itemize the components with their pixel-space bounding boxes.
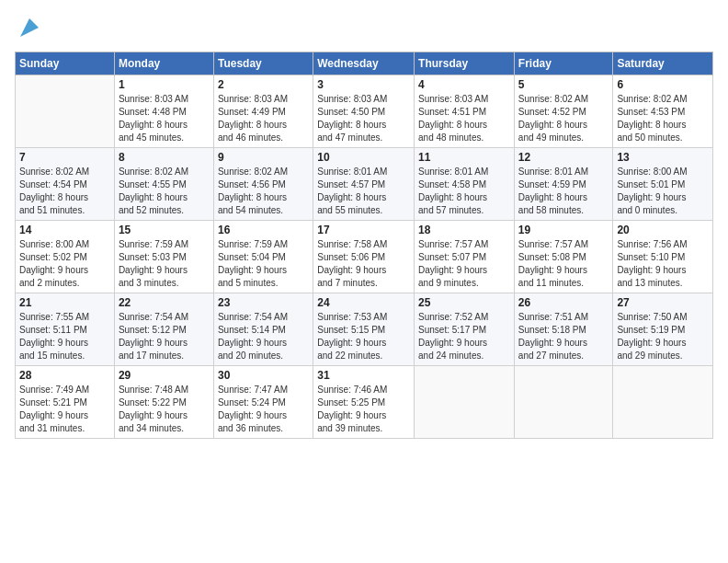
day-info: Sunrise: 7:59 AMSunset: 5:04 PMDaylight:…	[218, 238, 309, 290]
calendar-cell: 31Sunrise: 7:46 AMSunset: 5:25 PMDayligh…	[313, 366, 415, 439]
day-info: Sunrise: 8:03 AMSunset: 4:51 PMDaylight:…	[418, 93, 510, 144]
calendar-cell: 20Sunrise: 7:56 AMSunset: 5:10 PMDayligh…	[613, 221, 713, 293]
calendar-cell: 2Sunrise: 8:03 AMSunset: 4:49 PMDaylight…	[213, 75, 313, 148]
weekday-header-tuesday: Tuesday	[213, 52, 313, 75]
day-info: Sunrise: 7:57 AMSunset: 5:07 PMDaylight:…	[418, 238, 510, 290]
calendar-week-5: 28Sunrise: 7:49 AMSunset: 5:21 PMDayligh…	[16, 366, 713, 439]
day-number: 2	[218, 78, 309, 91]
day-info: Sunrise: 8:02 AMSunset: 4:55 PMDaylight:…	[119, 166, 210, 217]
weekday-header-sunday: Sunday	[16, 52, 115, 75]
day-info: Sunrise: 7:56 AMSunset: 5:10 PMDaylight:…	[617, 238, 709, 290]
calendar-header: SundayMondayTuesdayWednesdayThursdayFrid…	[16, 52, 713, 75]
day-info: Sunrise: 8:02 AMSunset: 4:56 PMDaylight:…	[218, 166, 309, 217]
day-number: 18	[418, 224, 510, 236]
day-number: 26	[518, 296, 609, 309]
day-info: Sunrise: 8:02 AMSunset: 4:53 PMDaylight:…	[617, 93, 709, 144]
day-number: 6	[617, 78, 709, 91]
day-number: 21	[19, 296, 110, 309]
day-number: 15	[119, 224, 210, 236]
day-info: Sunrise: 7:59 AMSunset: 5:03 PMDaylight:…	[119, 238, 210, 290]
day-info: Sunrise: 8:02 AMSunset: 4:54 PMDaylight:…	[19, 166, 110, 217]
calendar-cell: 7Sunrise: 8:02 AMSunset: 4:54 PMDaylight…	[16, 148, 115, 221]
day-number: 24	[317, 296, 410, 309]
calendar-cell	[16, 75, 115, 148]
day-number: 31	[317, 369, 410, 382]
weekday-header-monday: Monday	[114, 52, 213, 75]
calendar-cell: 28Sunrise: 7:49 AMSunset: 5:21 PMDayligh…	[16, 366, 115, 439]
calendar-cell: 11Sunrise: 8:01 AMSunset: 4:58 PMDayligh…	[415, 148, 515, 221]
calendar-cell: 23Sunrise: 7:54 AMSunset: 5:14 PMDayligh…	[213, 293, 313, 366]
calendar-cell: 29Sunrise: 7:48 AMSunset: 5:22 PMDayligh…	[114, 366, 213, 439]
day-number: 30	[218, 369, 309, 382]
day-number: 7	[19, 151, 110, 164]
calendar-cell	[613, 366, 713, 439]
calendar-week-2: 7Sunrise: 8:02 AMSunset: 4:54 PMDaylight…	[16, 148, 713, 221]
day-number: 14	[19, 224, 110, 236]
calendar-cell: 9Sunrise: 8:02 AMSunset: 4:56 PMDaylight…	[213, 148, 313, 221]
calendar-cell: 15Sunrise: 7:59 AMSunset: 5:03 PMDayligh…	[114, 221, 213, 293]
calendar-cell: 1Sunrise: 8:03 AMSunset: 4:48 PMDaylight…	[114, 75, 213, 148]
day-number: 13	[617, 151, 709, 164]
day-number: 11	[418, 151, 510, 164]
calendar-cell: 27Sunrise: 7:50 AMSunset: 5:19 PMDayligh…	[613, 293, 713, 366]
day-number: 3	[317, 78, 410, 91]
day-number: 27	[617, 296, 709, 309]
weekday-header-saturday: Saturday	[613, 52, 713, 75]
calendar-cell	[415, 366, 515, 439]
day-number: 17	[317, 224, 410, 236]
calendar-cell: 19Sunrise: 7:57 AMSunset: 5:08 PMDayligh…	[514, 221, 613, 293]
day-number: 8	[119, 151, 210, 164]
calendar-cell: 30Sunrise: 7:47 AMSunset: 5:24 PMDayligh…	[213, 366, 313, 439]
svg-marker-0	[20, 18, 39, 37]
calendar-cell: 3Sunrise: 8:03 AMSunset: 4:50 PMDaylight…	[313, 75, 415, 148]
calendar-body: 1Sunrise: 8:03 AMSunset: 4:48 PMDaylight…	[16, 75, 713, 439]
day-number: 22	[119, 296, 210, 309]
calendar-cell: 8Sunrise: 8:02 AMSunset: 4:55 PMDaylight…	[114, 148, 213, 221]
day-info: Sunrise: 7:52 AMSunset: 5:17 PMDaylight:…	[418, 311, 510, 362]
day-info: Sunrise: 7:53 AMSunset: 5:15 PMDaylight:…	[317, 311, 410, 362]
day-info: Sunrise: 8:00 AMSunset: 5:02 PMDaylight:…	[19, 238, 110, 290]
calendar-cell: 21Sunrise: 7:55 AMSunset: 5:11 PMDayligh…	[16, 293, 115, 366]
day-info: Sunrise: 7:58 AMSunset: 5:06 PMDaylight:…	[317, 238, 410, 290]
day-number: 10	[317, 151, 410, 164]
day-info: Sunrise: 8:03 AMSunset: 4:48 PMDaylight:…	[119, 93, 210, 144]
weekday-row: SundayMondayTuesdayWednesdayThursdayFrid…	[16, 52, 713, 75]
day-info: Sunrise: 8:03 AMSunset: 4:49 PMDaylight:…	[218, 93, 309, 144]
calendar-cell: 12Sunrise: 8:01 AMSunset: 4:59 PMDayligh…	[514, 148, 613, 221]
day-number: 5	[518, 78, 609, 91]
day-number: 1	[119, 78, 210, 91]
header	[15, 15, 713, 40]
calendar-cell: 13Sunrise: 8:00 AMSunset: 5:01 PMDayligh…	[613, 148, 713, 221]
weekday-header-wednesday: Wednesday	[313, 52, 415, 75]
calendar-cell: 14Sunrise: 8:00 AMSunset: 5:02 PMDayligh…	[16, 221, 115, 293]
day-number: 16	[218, 224, 309, 236]
day-info: Sunrise: 7:51 AMSunset: 5:18 PMDaylight:…	[518, 311, 609, 362]
day-info: Sunrise: 8:02 AMSunset: 4:52 PMDaylight:…	[518, 93, 609, 144]
day-info: Sunrise: 7:54 AMSunset: 5:12 PMDaylight:…	[119, 311, 210, 362]
weekday-header-friday: Friday	[514, 52, 613, 75]
calendar-table: SundayMondayTuesdayWednesdayThursdayFrid…	[15, 52, 713, 439]
day-number: 28	[19, 369, 110, 382]
day-number: 12	[518, 151, 609, 164]
day-info: Sunrise: 8:01 AMSunset: 4:58 PMDaylight:…	[418, 166, 510, 217]
calendar-cell: 17Sunrise: 7:58 AMSunset: 5:06 PMDayligh…	[313, 221, 415, 293]
day-info: Sunrise: 7:50 AMSunset: 5:19 PMDaylight:…	[617, 311, 709, 362]
day-number: 25	[418, 296, 510, 309]
calendar-cell: 16Sunrise: 7:59 AMSunset: 5:04 PMDayligh…	[213, 221, 313, 293]
calendar-week-3: 14Sunrise: 8:00 AMSunset: 5:02 PMDayligh…	[16, 221, 713, 293]
day-info: Sunrise: 8:01 AMSunset: 4:59 PMDaylight:…	[518, 166, 609, 217]
calendar-cell: 22Sunrise: 7:54 AMSunset: 5:12 PMDayligh…	[114, 293, 213, 366]
page-container: SundayMondayTuesdayWednesdayThursdayFrid…	[0, 0, 728, 448]
calendar-cell: 26Sunrise: 7:51 AMSunset: 5:18 PMDayligh…	[514, 293, 613, 366]
day-number: 19	[518, 224, 609, 236]
calendar-cell: 6Sunrise: 8:02 AMSunset: 4:53 PMDaylight…	[613, 75, 713, 148]
calendar-cell: 18Sunrise: 7:57 AMSunset: 5:07 PMDayligh…	[415, 221, 515, 293]
day-info: Sunrise: 7:47 AMSunset: 5:24 PMDaylight:…	[218, 384, 309, 435]
calendar-cell: 4Sunrise: 8:03 AMSunset: 4:51 PMDaylight…	[415, 75, 515, 148]
day-number: 4	[418, 78, 510, 91]
day-info: Sunrise: 7:55 AMSunset: 5:11 PMDaylight:…	[19, 311, 110, 362]
day-number: 23	[218, 296, 309, 309]
day-info: Sunrise: 8:03 AMSunset: 4:50 PMDaylight:…	[317, 93, 410, 144]
logo	[15, 15, 42, 40]
calendar-cell: 25Sunrise: 7:52 AMSunset: 5:17 PMDayligh…	[415, 293, 515, 366]
